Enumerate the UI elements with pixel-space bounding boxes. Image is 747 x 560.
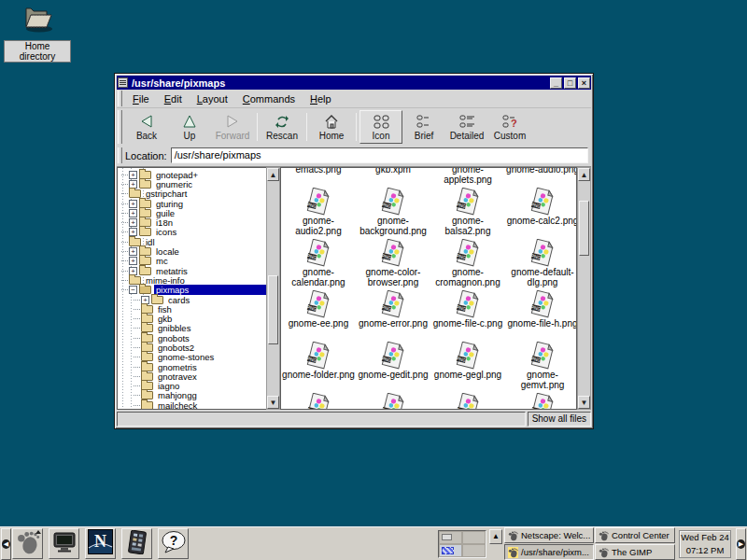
- collapse-icon[interactable]: −: [129, 286, 137, 294]
- file-gnome-cromagnon.png[interactable]: PNGgnome-cromagnon.png: [430, 239, 505, 290]
- directory-tree[interactable]: +gnotepad++gnumericgstripchart+gturing+g…: [117, 167, 266, 410]
- file-item[interactable]: PNG: [505, 393, 577, 410]
- file-gnome-default-dlg.png[interactable]: PNGgnome-default-dlg.png: [505, 239, 577, 290]
- file-gnome-gegl.png[interactable]: PNGgnome-gegl.png: [430, 342, 505, 393]
- close-button[interactable]: ×: [578, 77, 590, 89]
- task-button[interactable]: /usr/share/pixm...: [504, 544, 594, 560]
- location-input[interactable]: /usr/share/pixmaps: [171, 147, 588, 163]
- maximize-button[interactable]: □: [564, 77, 576, 89]
- window-menu-icon[interactable]: [118, 77, 128, 88]
- file-gnome-gemvt.png[interactable]: PNGgnome-gemvt.png: [505, 342, 577, 393]
- file-item[interactable]: PNG: [281, 393, 356, 410]
- tree-item-cards[interactable]: +cards: [118, 295, 266, 304]
- file-gnome-background.png[interactable]: PNGgnome-background.png: [356, 188, 430, 239]
- toolbar-brief-button[interactable]: Brief: [402, 110, 445, 144]
- view-scroll-up-icon[interactable]: ▲: [578, 168, 590, 181]
- window-titlebar[interactable]: /usr/share/pixmaps _ □ ×: [117, 76, 591, 90]
- toolbar-detailed-button[interactable]: Detailed: [445, 110, 488, 144]
- iconview-scrollbar[interactable]: ▲ ▼: [577, 167, 591, 410]
- workspace-4[interactable]: [462, 544, 486, 557]
- tree-item-gnome-stones[interactable]: gnome-stones: [118, 353, 266, 362]
- launcher-main-menu-button[interactable]: [12, 528, 43, 559]
- expand-icon[interactable]: +: [129, 200, 137, 208]
- toolbar-up-button[interactable]: Up: [168, 110, 211, 144]
- file-gnome-error.png[interactable]: PNGgnome-error.png: [356, 290, 430, 342]
- tree-item-pixmaps[interactable]: −pixmaps: [118, 286, 266, 295]
- view-scroll-thumb[interactable]: [579, 201, 589, 257]
- menu-file[interactable]: File: [125, 91, 157, 106]
- home-directory-desktop-icon[interactable]: Home directory: [4, 4, 71, 63]
- file-gnome-calendar.png[interactable]: PNGgnome-calendar.png: [281, 239, 356, 290]
- expand-icon[interactable]: +: [129, 218, 137, 227]
- workspace-2[interactable]: [462, 531, 486, 544]
- desk-guide-pager[interactable]: [438, 530, 486, 558]
- file-gnome-balsa2.png[interactable]: PNGgnome-balsa2.png: [430, 188, 505, 239]
- file-gnome-file-h.png[interactable]: PNGgnome-file-h.png: [505, 290, 577, 342]
- toolbar-forward-button[interactable]: Forward: [211, 110, 254, 144]
- launcher-terminal-button[interactable]: [49, 528, 79, 559]
- task-button[interactable]: Control Center: [595, 527, 675, 543]
- menu-commands[interactable]: Commands: [235, 91, 303, 106]
- tree-scroll-thumb[interactable]: [268, 275, 278, 344]
- file-gnome-audio.png[interactable]: PNGgnome-audio.png: [505, 167, 577, 188]
- file-gnome-ee.png[interactable]: PNGgnome-ee.png: [281, 290, 356, 342]
- tree-item-gkb[interactable]: gkb: [118, 314, 266, 323]
- tree-scroll-down-icon[interactable]: ▼: [267, 396, 279, 409]
- workspace-1[interactable]: [439, 531, 462, 544]
- home-folder-icon[interactable]: [19, 21, 56, 36]
- launcher-peripherals-button[interactable]: [121, 528, 152, 559]
- file-gnome-gedit.png[interactable]: PNGgnome-gedit.png: [356, 342, 430, 393]
- panel-clock[interactable]: Wed Feb 24 07:12 PM: [679, 530, 731, 558]
- tree-item-gnobots[interactable]: gnobots: [118, 333, 266, 343]
- tasklist-expand-button[interactable]: ▲: [489, 529, 502, 544]
- tree-item-gnometris[interactable]: gnometris: [118, 362, 266, 371]
- file-gnome-color-browser.png[interactable]: PNGgnome-color-browser.png: [356, 239, 430, 290]
- panel-hide-left-button[interactable]: ◀: [1, 528, 11, 560]
- view-scroll-down-icon[interactable]: ▼: [578, 396, 590, 409]
- file-icon-view[interactable]: PNGemacs.pngPNGgkb.xpmPNGgnome-applets.p…: [280, 167, 577, 410]
- minimize-button[interactable]: _: [550, 77, 562, 89]
- tree-item-gnotravex[interactable]: gnotravex: [118, 371, 266, 381]
- launcher-netscape-button[interactable]: N: [85, 528, 116, 559]
- task-button[interactable]: Netscape: Welc...: [504, 527, 594, 543]
- toolbar-grip[interactable]: [118, 110, 122, 144]
- file-gnome-file-c.png[interactable]: PNGgnome-file-c.png: [430, 290, 505, 342]
- expand-icon[interactable]: +: [129, 209, 137, 217]
- toolbar-custom-button[interactable]: ?Custom: [488, 110, 531, 144]
- workspace-3-active[interactable]: [439, 544, 462, 557]
- menu-edit[interactable]: Edit: [157, 91, 190, 106]
- locationbar-grip[interactable]: [118, 147, 122, 163]
- tree-item-gnibbles[interactable]: gnibbles: [118, 324, 266, 333]
- toolbar-rescan-button[interactable]: Rescan: [261, 110, 303, 144]
- task-button[interactable]: The GIMP: [595, 544, 675, 560]
- expand-icon[interactable]: +: [129, 257, 137, 265]
- file-item[interactable]: PNG: [430, 393, 505, 410]
- expand-icon[interactable]: +: [129, 247, 137, 256]
- file-emacs.png[interactable]: PNGemacs.png: [281, 167, 356, 188]
- tree-item-icons[interactable]: +icons: [118, 228, 266, 237]
- tree-item-mailcheck[interactable]: mailcheck: [118, 400, 266, 410]
- menu-help[interactable]: Help: [303, 91, 339, 106]
- tree-item-mahjongg[interactable]: mahjongg: [118, 391, 266, 400]
- file-gnome-audio2.png[interactable]: PNGgnome-audio2.png: [281, 188, 356, 239]
- file-gnome-applets.png[interactable]: PNGgnome-applets.png: [430, 167, 505, 188]
- tree-item-gnumeric[interactable]: +gnumeric: [118, 179, 266, 189]
- menu-layout[interactable]: Layout: [190, 91, 235, 106]
- toolbar-home-button[interactable]: Home: [310, 110, 353, 144]
- file-gnome-folder.png[interactable]: PNGgnome-folder.png: [281, 342, 356, 393]
- tree-scroll-up-icon[interactable]: ▲: [267, 168, 279, 181]
- launcher-help-button[interactable]: ?: [158, 528, 189, 559]
- toolbar-back-button[interactable]: Back: [125, 110, 168, 144]
- panel-hide-right-button[interactable]: ▶: [736, 528, 746, 560]
- tree-scrollbar[interactable]: ▲ ▼: [266, 167, 280, 410]
- file-gkb.xpm[interactable]: PNGgkb.xpm: [356, 167, 430, 188]
- tree-item-iagno[interactable]: iagno: [118, 382, 266, 391]
- tree-item-gnobots2[interactable]: gnobots2: [118, 343, 266, 352]
- toolbar-icon-button[interactable]: Icon: [359, 110, 402, 144]
- tree-item-metatris[interactable]: +metatris: [118, 266, 266, 275]
- file-gnome-calc2.png[interactable]: PNGgnome-calc2.png: [505, 188, 577, 239]
- menubar-grip[interactable]: [118, 91, 122, 106]
- expand-icon[interactable]: +: [129, 171, 137, 179]
- file-item[interactable]: PNG: [356, 393, 430, 410]
- tree-item-fish[interactable]: fish: [118, 304, 266, 314]
